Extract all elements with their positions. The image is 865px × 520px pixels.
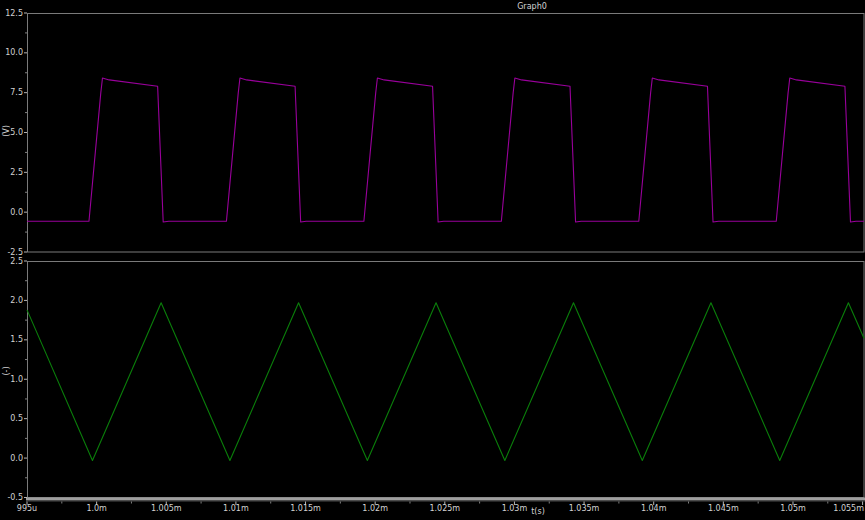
x-tick-label: 1.01m: [223, 504, 249, 513]
top-plot-frame: [28, 14, 865, 253]
plot-canvas: Graph0 12.510.07.55.02.50.0-2.5 2.52.01.…: [0, 0, 865, 520]
y-tick-label: 1.0: [10, 375, 23, 384]
x-axis-bar-shadow: [26, 501, 865, 502]
y-tick-label: 10.0: [5, 48, 23, 57]
x-tick-label: 1.025m: [429, 504, 460, 513]
x-tick-label: 995u: [17, 504, 37, 513]
y-tick-label: 1.5: [10, 335, 23, 344]
triangle-wave-trace: [27, 303, 864, 461]
y-tick-label: -0.5: [7, 493, 23, 502]
top-y-axis-unit-label: (V): [2, 125, 11, 137]
y-tick-label: 0.0: [10, 454, 23, 463]
square-wave-trace: [27, 78, 864, 222]
x-tick-label: 1.035m: [569, 504, 600, 513]
x-axis-label: t(s): [531, 507, 545, 516]
x-tick-label: 1.0m: [86, 504, 107, 513]
bottom-plot-frame: [28, 262, 865, 498]
y-tick-label: -2.5: [7, 248, 23, 257]
chart-title: Graph0: [517, 2, 547, 11]
y-tick-label: 0.0: [10, 208, 23, 217]
x-tick-label: 1.02m: [362, 504, 388, 513]
x-tick-label: 1.045m: [708, 504, 739, 513]
bottom-y-axis-ticks: 2.52.01.51.00.50.0-0.5: [7, 257, 27, 503]
y-tick-label: 0.5: [10, 414, 23, 423]
x-tick-label: 1.055m: [833, 504, 864, 513]
y-tick-label: 2.0: [10, 296, 23, 305]
x-tick-label: 1.015m: [290, 504, 321, 513]
x-tick-label: 1.03m: [502, 504, 528, 513]
waveform-traces: [27, 78, 864, 460]
bottom-y-axis-unit-label: (-): [2, 366, 11, 375]
y-tick-label: 5.0: [10, 128, 23, 137]
x-axis-bar: [26, 498, 865, 501]
x-axis-ticks: 995u1.0m1.005m1.01m1.015m1.02m1.025m1.03…: [17, 502, 864, 514]
y-tick-label: 2.5: [10, 168, 23, 177]
graph-window: Graph0 12.510.07.55.02.50.0-2.5 2.52.01.…: [0, 0, 865, 520]
y-tick-label: 2.5: [10, 257, 23, 266]
x-tick-label: 1.04m: [641, 504, 667, 513]
x-tick-label: 1.05m: [780, 504, 806, 513]
y-tick-label: 12.5: [5, 9, 23, 18]
y-tick-label: 7.5: [10, 88, 23, 97]
x-tick-label: 1.005m: [151, 504, 182, 513]
